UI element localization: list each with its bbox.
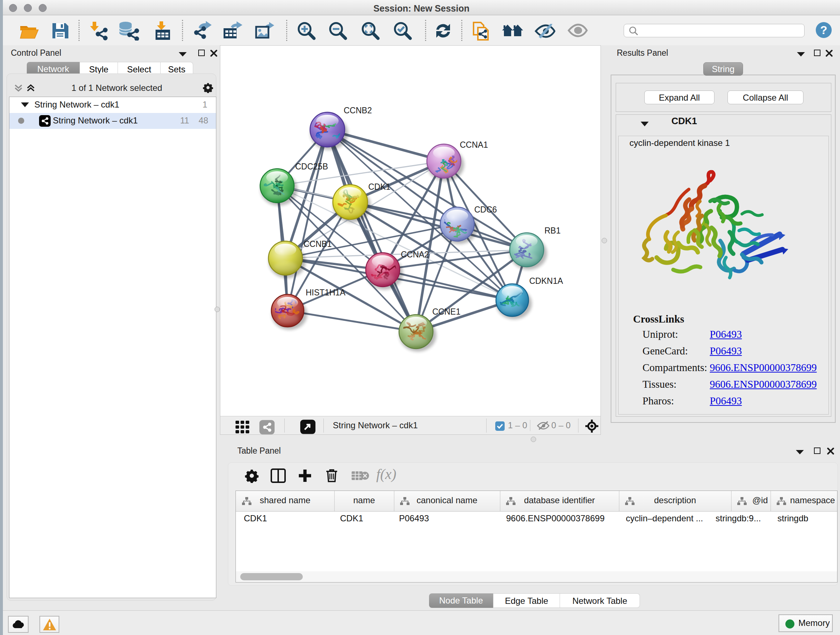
- svg-text:CCNA1: CCNA1: [460, 140, 488, 149]
- svg-text:?: ?: [820, 24, 827, 36]
- svg-text:HIST1H1A: HIST1H1A: [306, 288, 346, 297]
- svg-text:CDK1: CDK1: [368, 182, 390, 192]
- svg-text:CCNE1: CCNE1: [432, 307, 461, 317]
- svg-text:CCNB1: CCNB1: [303, 239, 332, 249]
- svg-text:RB1: RB1: [545, 226, 561, 235]
- svg-text:CCNA2: CCNA2: [401, 250, 429, 259]
- svg-text:CCNB2: CCNB2: [344, 106, 372, 115]
- svg-text:CDC25B: CDC25B: [295, 162, 328, 171]
- svg-text:CDC6: CDC6: [474, 205, 497, 214]
- svg-text:CDKN1A: CDKN1A: [529, 276, 563, 286]
